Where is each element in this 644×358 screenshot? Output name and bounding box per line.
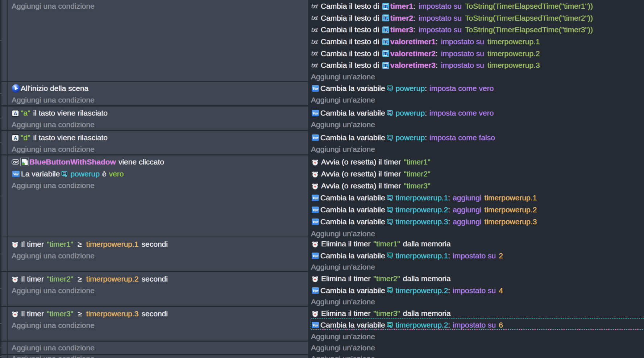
svg-text:Var: Var bbox=[312, 288, 319, 293]
svg-text:x: x bbox=[387, 6, 389, 9]
svg-text:A: A bbox=[13, 110, 17, 116]
svg-text:Var: Var bbox=[312, 208, 319, 212]
svg-text:T: T bbox=[384, 62, 387, 68]
svg-text:A: A bbox=[13, 135, 17, 141]
svg-text:Var: Var bbox=[13, 172, 19, 176]
svg-text:Var: Var bbox=[312, 220, 319, 224]
svg-text:T: T bbox=[384, 15, 387, 21]
svg-text:x: x bbox=[387, 17, 389, 21]
svg-text:Var: Var bbox=[312, 111, 319, 115]
svg-text:x: x bbox=[387, 41, 389, 45]
svg-text:T: T bbox=[384, 27, 387, 32]
svg-text:T: T bbox=[384, 39, 387, 44]
svg-text:Var: Var bbox=[312, 196, 319, 200]
svg-text:x: x bbox=[387, 29, 389, 33]
svg-text:Var: Var bbox=[312, 86, 319, 91]
svg-text:OK: OK bbox=[13, 160, 18, 164]
svg-text:T: T bbox=[384, 51, 387, 56]
svg-text:T: T bbox=[384, 3, 387, 9]
svg-text:x: x bbox=[387, 53, 389, 57]
svg-text:Var: Var bbox=[312, 254, 319, 258]
svg-text:Var: Var bbox=[312, 136, 319, 140]
svg-text:x: x bbox=[387, 65, 389, 68]
